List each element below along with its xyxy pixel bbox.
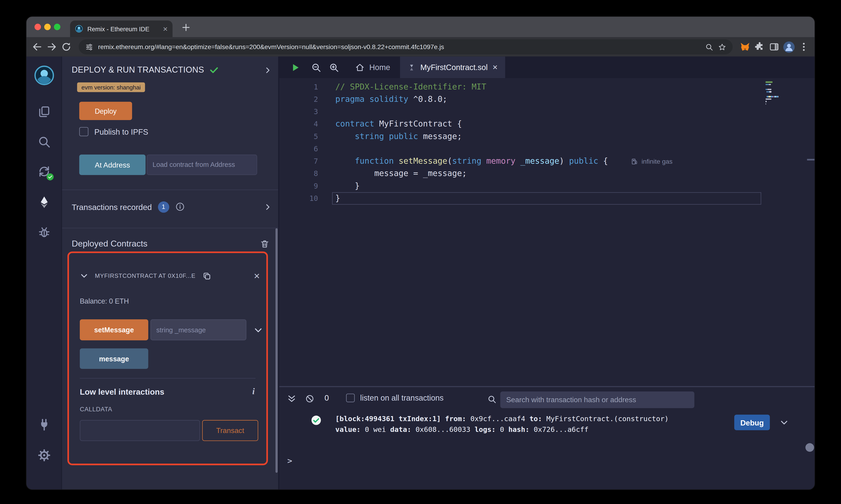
reload-icon[interactable] bbox=[61, 41, 72, 52]
deployed-contracts-header: Deployed Contracts bbox=[72, 236, 270, 252]
traffic-close-icon[interactable] bbox=[35, 24, 41, 30]
at-address-row: At Address bbox=[79, 155, 257, 175]
sidebar-item-file-explorer[interactable] bbox=[37, 105, 51, 119]
message-button[interactable]: message bbox=[80, 348, 148, 369]
transactions-expand-chevron-icon[interactable] bbox=[264, 203, 272, 211]
tx-success-check-icon bbox=[311, 415, 322, 426]
transact-button[interactable]: Transact bbox=[202, 420, 258, 441]
calldata-label: CALLDATA bbox=[80, 406, 112, 412]
code-lines: 1// SPDX-License-Identifier: MIT2pragma … bbox=[279, 81, 814, 205]
tab-home-label: Home bbox=[369, 63, 390, 72]
sidebar-item-compiler[interactable] bbox=[37, 165, 51, 178]
expand-args-chevron-icon[interactable] bbox=[254, 325, 263, 335]
run-script-play-icon[interactable] bbox=[290, 62, 300, 72]
bookmark-star-icon[interactable] bbox=[718, 43, 726, 51]
at-address-button[interactable]: At Address bbox=[79, 155, 145, 175]
browser-window: Remix - Ethereum IDE × remix.ethereum.or… bbox=[27, 17, 815, 489]
gas-annotation-text: infinite gas bbox=[641, 158, 672, 165]
back-icon[interactable] bbox=[32, 41, 42, 52]
menu-dots-icon[interactable] bbox=[799, 41, 809, 52]
terminal-prompt[interactable]: > bbox=[287, 456, 292, 466]
editor-scrollbar-thumb[interactable] bbox=[807, 159, 814, 160]
publish-ipfs-row: Publish to IPFS bbox=[79, 127, 148, 136]
extensions-icon[interactable] bbox=[754, 41, 765, 52]
tab-file-label: MyFirstContract.sol bbox=[420, 63, 488, 72]
zoom-in-icon[interactable] bbox=[329, 62, 339, 72]
url-bar[interactable]: remix.ethereum.org/#lang=en&optimize=fal… bbox=[79, 39, 733, 54]
evm-version-badge: evm version: shanghai bbox=[77, 83, 145, 92]
listen-all-checkbox[interactable] bbox=[346, 394, 355, 402]
solidity-file-icon bbox=[408, 63, 415, 71]
forward-icon[interactable] bbox=[46, 41, 57, 52]
browser-tab[interactable]: Remix - Ethereum IDE × bbox=[70, 20, 173, 37]
terminal-search-input[interactable] bbox=[500, 392, 694, 408]
clear-contracts-trash-icon[interactable] bbox=[260, 239, 270, 249]
sidebar-item-settings[interactable] bbox=[37, 449, 51, 462]
metamask-icon[interactable] bbox=[740, 41, 751, 52]
editor-minimap[interactable] bbox=[766, 81, 786, 106]
editor-column: Home MyFirstContract.sol × 1// SPDX-Lice… bbox=[279, 57, 814, 490]
log-line-2: value: 0 wei data: 0x608...60033 logs: 0… bbox=[335, 424, 669, 435]
new-tab-button[interactable] bbox=[181, 22, 191, 33]
code-line: 7 function setMessage(string memory _mes… bbox=[279, 155, 814, 167]
contract-expand-chevron-icon[interactable] bbox=[80, 271, 88, 280]
sidebar-item-deploy-run[interactable] bbox=[37, 195, 51, 209]
panel-title: DEPLOY & RUN TRANSACTIONS bbox=[72, 65, 204, 75]
scroll-to-bottom-button[interactable] bbox=[805, 443, 814, 452]
compile-success-badge-icon bbox=[46, 174, 53, 181]
remix-favicon-icon bbox=[75, 25, 83, 33]
transactions-recorded-row: Transactions recorded 1 bbox=[72, 199, 272, 215]
info-icon[interactable] bbox=[175, 202, 185, 212]
site-settings-icon[interactable] bbox=[85, 43, 93, 51]
clear-console-icon[interactable] bbox=[305, 394, 314, 403]
home-icon bbox=[355, 63, 364, 72]
debug-button[interactable]: Debug bbox=[734, 415, 770, 430]
tab-close-icon[interactable]: × bbox=[163, 25, 168, 33]
contract-header[interactable]: MYFIRSTCONTRACT AT 0X10F...E × bbox=[80, 269, 260, 282]
sidebar-item-plugins[interactable] bbox=[37, 418, 51, 431]
code-line: 4contract MyFirstContract { bbox=[279, 118, 814, 130]
deployed-contracts-title: Deployed Contracts bbox=[72, 239, 148, 249]
url-text: remix.ethereum.org/#lang=en&optimize=fal… bbox=[98, 43, 700, 51]
remix-logo-icon[interactable] bbox=[33, 65, 55, 86]
sidebar-item-debugger[interactable] bbox=[37, 226, 51, 239]
code-line: 9 } bbox=[279, 180, 814, 192]
deployed-contract-card-highlight: MYFIRSTCONTRACT AT 0X10F...E × Balance: … bbox=[67, 252, 268, 465]
side-panel-icon[interactable] bbox=[769, 41, 779, 52]
transactions-count-badge: 1 bbox=[158, 201, 169, 213]
zoom-icon[interactable] bbox=[705, 43, 713, 51]
low-level-info-icon[interactable]: i bbox=[252, 387, 255, 396]
tab-home[interactable]: Home bbox=[345, 57, 400, 78]
console-count: 0 bbox=[325, 394, 329, 402]
remove-contract-icon[interactable]: × bbox=[254, 270, 260, 281]
profile-avatar[interactable] bbox=[784, 41, 795, 53]
divider bbox=[62, 228, 278, 228]
code-editor[interactable]: 1// SPDX-License-Identifier: MIT2pragma … bbox=[279, 78, 814, 386]
panel-sc rollbar-thumb[interactable] bbox=[275, 228, 277, 473]
copy-address-icon[interactable] bbox=[202, 271, 211, 280]
code-line: 1// SPDX-License-Identifier: MIT bbox=[279, 81, 814, 93]
publish-ipfs-label: Publish to IPFS bbox=[95, 127, 148, 136]
zoom-out-icon[interactable] bbox=[311, 62, 321, 72]
transaction-log[interactable]: [block:4994361 txIndex:1] from: 0x9cf...… bbox=[335, 414, 669, 435]
contract-balance: Balance: 0 ETH bbox=[80, 297, 129, 305]
set-message-row: setMessage bbox=[80, 319, 263, 340]
log-expand-chevron-icon[interactable] bbox=[779, 418, 789, 427]
publish-ipfs-checkbox[interactable] bbox=[79, 127, 88, 136]
set-message-button[interactable]: setMessage bbox=[80, 319, 148, 340]
deploy-button[interactable]: Deploy bbox=[79, 102, 132, 120]
calldata-row: Transact bbox=[80, 420, 258, 441]
code-line: 5 string public message; bbox=[279, 130, 814, 143]
calldata-input[interactable] bbox=[80, 420, 200, 441]
expand-console-icon[interactable] bbox=[287, 394, 296, 404]
code-line: 8 message = _message; bbox=[279, 167, 814, 180]
tab-file-close-icon[interactable]: × bbox=[493, 63, 498, 72]
tab-file-active[interactable]: MyFirstContract.sol × bbox=[400, 57, 505, 78]
traffic-zoom-icon[interactable] bbox=[54, 24, 60, 30]
panel-collapse-chevron-icon[interactable] bbox=[264, 66, 272, 74]
sidebar-item-search[interactable] bbox=[37, 135, 51, 149]
traffic-minimize-icon[interactable] bbox=[44, 24, 51, 30]
set-message-input[interactable] bbox=[150, 319, 246, 340]
at-address-input[interactable] bbox=[147, 155, 257, 175]
log-line-1: [block:4994361 txIndex:1] from: 0x9cf...… bbox=[335, 414, 669, 424]
